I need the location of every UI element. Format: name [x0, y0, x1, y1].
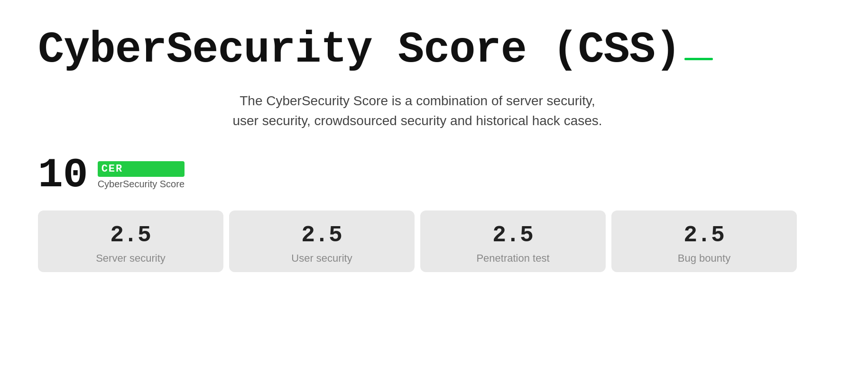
page-container: CyberSecurity Score (CSS) The CyberSecur… — [38, 28, 797, 272]
title-suffix: (CSS) — [552, 25, 681, 75]
score-card-0: 2.5Server security — [38, 210, 223, 272]
score-card-label-0: Server security — [96, 252, 166, 265]
title-underline — [684, 58, 713, 60]
score-card-label-3: Bug bounty — [678, 252, 730, 265]
score-card-1: 2.5User security — [229, 210, 415, 272]
description-text: The CyberSecurity Score is a combination… — [38, 91, 797, 131]
score-card-value-3: 2.5 — [683, 224, 724, 247]
title-row: CyberSecurity Score (CSS) — [38, 28, 797, 72]
score-card-label-1: User security — [291, 252, 352, 265]
score-card-value-0: 2.5 — [110, 224, 151, 247]
page-title: CyberSecurity Score (CSS) — [38, 28, 681, 72]
title-prefix: CyberSecurity Score — [38, 25, 552, 75]
score-number: 10 — [38, 155, 88, 196]
score-card-3: 2.5Bug bounty — [611, 210, 797, 272]
score-badge-container: CER CyberSecurity Score — [98, 161, 185, 190]
title-underline-wrapper — [684, 28, 713, 60]
score-cards-row: 2.5Server security2.5User security2.5Pen… — [38, 210, 797, 272]
score-card-label-2: Penetration test — [476, 252, 549, 265]
score-label: CyberSecurity Score — [98, 179, 185, 190]
score-card-2: 2.5Penetration test — [420, 210, 606, 272]
score-card-value-1: 2.5 — [301, 224, 342, 247]
score-section: 10 CER CyberSecurity Score — [38, 155, 797, 196]
cer-badge: CER — [98, 161, 185, 177]
score-card-value-2: 2.5 — [492, 224, 533, 247]
